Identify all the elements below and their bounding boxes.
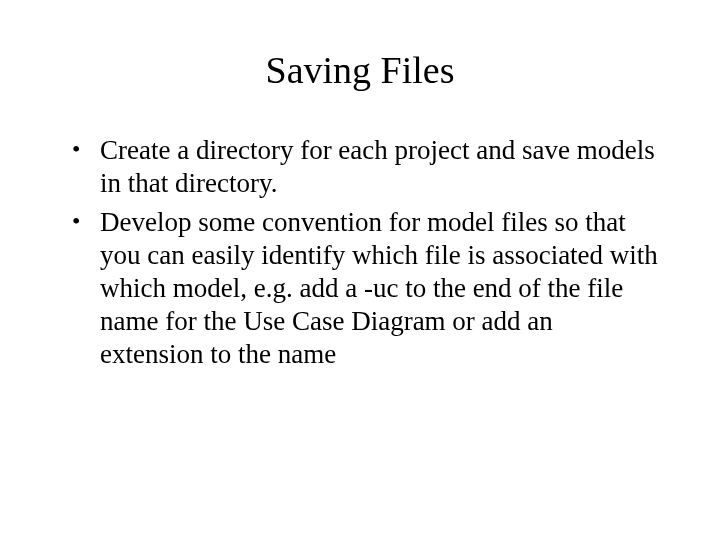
list-item: Develop some convention for model files … [72,206,660,371]
slide-title: Saving Files [60,48,660,92]
bullet-list: Create a directory for each project and … [60,134,660,371]
list-item: Create a directory for each project and … [72,134,660,200]
slide: Saving Files Create a directory for each… [0,0,720,540]
